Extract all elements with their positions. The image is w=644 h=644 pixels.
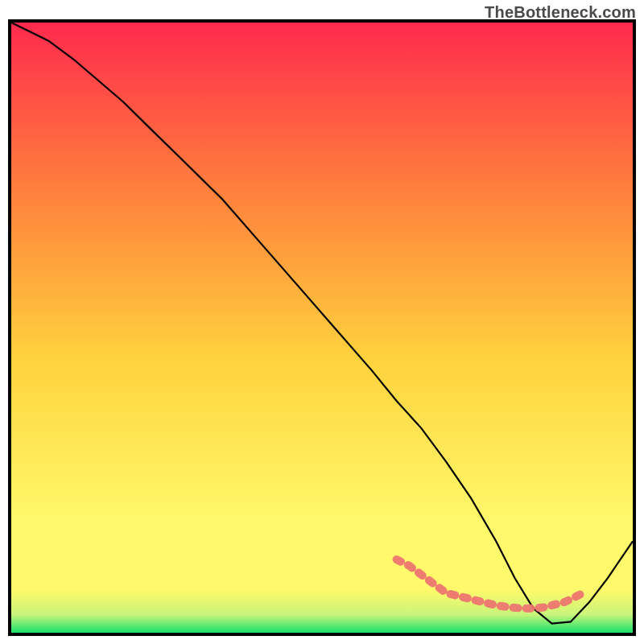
bottleneck-chart	[0, 0, 644, 644]
chart-container: TheBottleneck.com	[0, 0, 644, 644]
plot-area	[11, 23, 633, 633]
watermark-text: TheBottleneck.com	[485, 3, 636, 22]
